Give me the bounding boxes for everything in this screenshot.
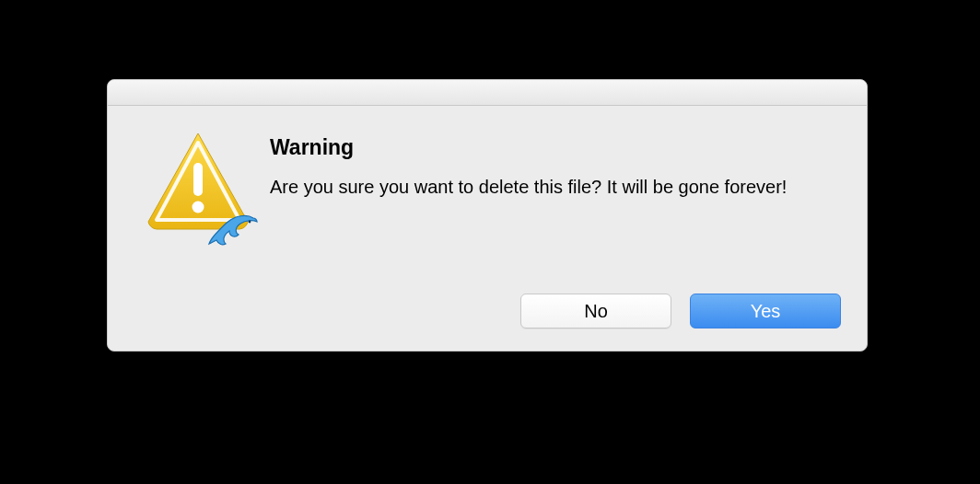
svg-point-1 — [192, 202, 204, 213]
dialog-text-column: Warning Are you sure you want to delete … — [262, 130, 841, 240]
dialog-titlebar — [108, 80, 867, 106]
dolphin-icon — [207, 213, 259, 249]
dialog-message: Are you sure you want to delete this fil… — [270, 175, 834, 200]
desktop-background: Warning Are you sure you want to delete … — [0, 0, 980, 484]
warning-icon — [143, 130, 253, 240]
alert-dialog: Warning Are you sure you want to delete … — [107, 79, 868, 351]
dialog-title: Warning — [270, 135, 834, 160]
dialog-icon-column — [134, 130, 262, 240]
no-button[interactable]: No — [520, 294, 671, 328]
yes-button[interactable]: Yes — [690, 294, 841, 328]
svg-point-2 — [249, 221, 251, 224]
svg-rect-0 — [193, 163, 203, 196]
dialog-content: Warning Are you sure you want to delete … — [108, 106, 867, 240]
dialog-button-row: No Yes — [520, 294, 841, 328]
